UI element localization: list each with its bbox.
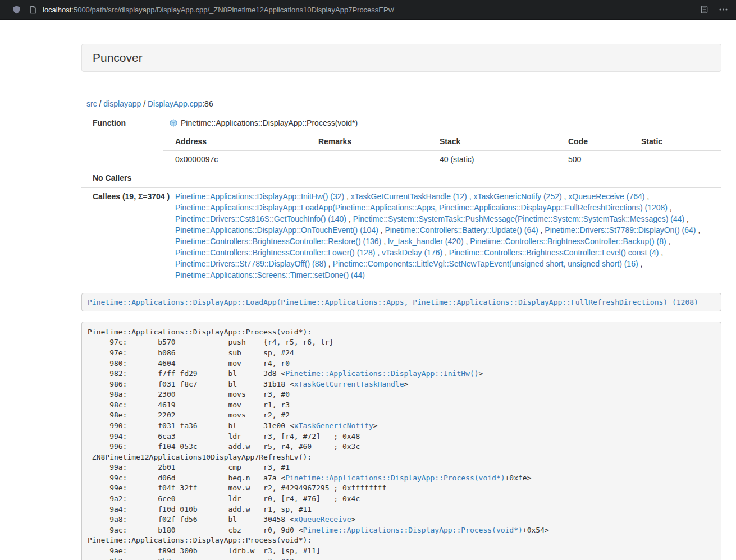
table-header-row: Address Remarks Stack Code Static: [163, 134, 721, 150]
callee-link[interactable]: Pinetime::Controllers::Battery::Update()…: [385, 226, 538, 235]
breadcrumb-separator: /: [97, 99, 104, 108]
divider: [81, 89, 721, 89]
callee-link[interactable]: xQueueReceive (764): [568, 192, 644, 201]
callee-link[interactable]: vTaskDelay (176): [382, 248, 442, 257]
callee-link[interactable]: xTaskGetCurrentTaskHandle (12): [351, 192, 467, 201]
col-stack: Stack: [427, 134, 556, 150]
function-table: Function Pinetime::Applications::Display…: [81, 114, 721, 284]
callee-link[interactable]: xTaskGenericNotify (252): [473, 192, 561, 201]
breadcrumb-link[interactable]: src: [86, 99, 97, 108]
code-symbol-link[interactable]: xTaskGetCurrentTaskHandle: [294, 380, 404, 388]
function-symbol-icon: [170, 119, 177, 130]
col-remarks: Remarks: [306, 134, 427, 150]
breadcrumb-link[interactable]: DisplayApp.cpp: [148, 99, 202, 108]
code-symbol-link[interactable]: Pinetime::Applications::DisplayApp::Init…: [285, 369, 478, 378]
url-bar[interactable]: localhost:5000/path/src/displayapp/Displ…: [43, 6, 700, 14]
callee-link[interactable]: Pinetime::Applications::DisplayApp::Init…: [175, 192, 344, 201]
breadcrumb-link[interactable]: displayapp: [103, 99, 141, 108]
code-symbol-link[interactable]: xQueueReceive: [294, 515, 351, 524]
breadcrumb: src / displayapp / DisplayApp.cpp:86: [81, 99, 721, 108]
url-host: localhost: [43, 6, 71, 14]
code-symbol-link[interactable]: Pinetime::Applications::DisplayApp::Proc…: [285, 474, 505, 482]
table-row: Function Pinetime::Applications::Display…: [81, 114, 721, 134]
callee-link[interactable]: Pinetime::Components::LittleVgl::SetNewT…: [333, 259, 638, 268]
app-header-panel: Puncover: [81, 44, 721, 72]
table-row: No Callers: [81, 169, 721, 187]
breadcrumb-line-number: :86: [202, 99, 213, 108]
no-callers-label: No Callers: [81, 169, 163, 187]
table-row: Callees (19, Σ=3704 ) Pinetime::Applicat…: [81, 187, 721, 284]
callees-list: Pinetime::Applications::DisplayApp::Init…: [163, 187, 721, 284]
callee-link[interactable]: Pinetime::Applications::Screens::Timer::…: [175, 270, 365, 279]
col-code: Code: [556, 134, 629, 150]
page-title: Puncover: [93, 51, 710, 65]
reader-mode-icon[interactable]: [700, 5, 708, 14]
table-row: 0x0000097c 40 (static) 500: [163, 150, 721, 169]
callee-link[interactable]: Pinetime::Drivers::St7789::DisplayOff() …: [175, 259, 326, 268]
url-path: :5000/path/src/displayapp/DisplayApp.cpp…: [71, 6, 394, 14]
selected-symbol-link[interactable]: Pinetime::Applications::DisplayApp::Load…: [88, 298, 698, 306]
callee-link[interactable]: Pinetime::Applications::DisplayApp::OnTo…: [175, 226, 378, 235]
page-content: Puncover src / displayapp / DisplayApp.c…: [81, 44, 721, 560]
callee-link[interactable]: Pinetime::Applications::DisplayApp::Load…: [175, 203, 668, 212]
callee-link[interactable]: Pinetime::Drivers::St7789::DisplayOn() (…: [545, 226, 696, 235]
table-row: Address Remarks Stack Code Static 0x0000…: [81, 134, 721, 169]
callee-link[interactable]: Pinetime::Controllers::BrightnessControl…: [175, 248, 375, 257]
menu-icon[interactable]: [719, 5, 728, 14]
col-address: Address: [163, 134, 306, 150]
breadcrumb-separator: /: [141, 99, 148, 108]
selected-symbol-box: Pinetime::Applications::DisplayApp::Load…: [81, 293, 721, 311]
page-favicon-icon: [29, 6, 36, 14]
callee-link[interactable]: Pinetime::Controllers::BrightnessControl…: [470, 237, 666, 246]
code-symbol-link[interactable]: Pinetime::Applications::DisplayApp::Proc…: [303, 526, 523, 534]
col-static: Static: [629, 134, 721, 150]
function-name: Pinetime::Applications::DisplayApp::Proc…: [181, 118, 358, 127]
callee-link[interactable]: Pinetime::Controllers::BrightnessControl…: [175, 237, 381, 246]
callee-link[interactable]: Pinetime::System::SystemTask::PushMessag…: [353, 214, 685, 223]
function-stats-table: Address Remarks Stack Code Static 0x0000…: [163, 134, 721, 169]
disassembly-block: Pinetime::Applications::DisplayApp::Proc…: [81, 322, 721, 560]
callee-link[interactable]: Pinetime::Drivers::Cst816S::GetTouchInfo…: [175, 214, 346, 223]
remarks-value: [306, 150, 427, 169]
callee-link[interactable]: lv_task_handler (420): [388, 237, 464, 246]
static-value: [629, 150, 721, 169]
callee-link[interactable]: Pinetime::Controllers::BrightnessControl…: [449, 248, 659, 257]
callees-label: Callees (19, Σ=3704 ): [81, 187, 163, 284]
address-value: 0x0000097c: [163, 150, 306, 169]
browser-toolbar: localhost:5000/path/src/displayapp/Displ…: [0, 0, 736, 20]
code-value: 500: [556, 150, 629, 169]
shield-icon[interactable]: [12, 5, 21, 14]
stack-value: 40 (static): [427, 150, 556, 169]
code-symbol-link[interactable]: xTaskGenericNotify: [294, 421, 373, 430]
function-label: Function: [81, 114, 163, 134]
